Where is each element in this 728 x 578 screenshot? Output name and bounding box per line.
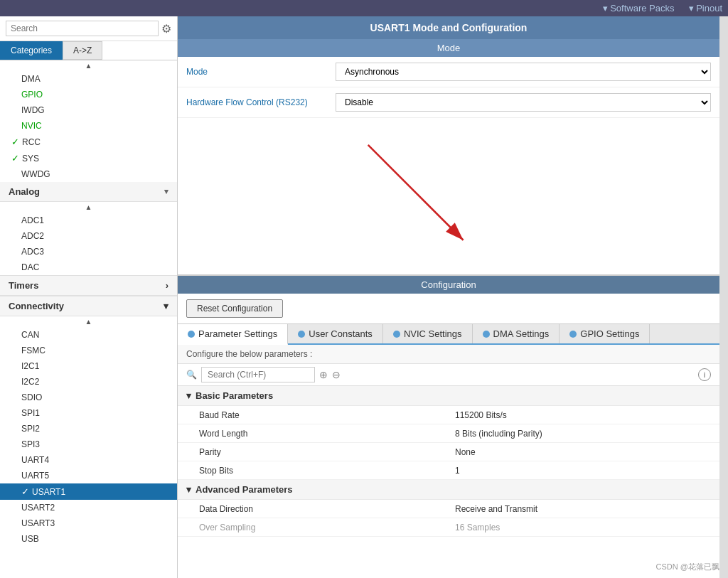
sidebar-item-sys[interactable]: ✓SYS: [0, 150, 177, 166]
mode-area: [178, 118, 719, 274]
sidebar-item-spi1[interactable]: SPI1: [0, 405, 177, 421]
mode-section: Mode Mode Asynchronous Hardware Flow Con…: [178, 39, 719, 276]
analog-chevron-icon: ▾: [164, 187, 168, 196]
sidebar-item-adc3[interactable]: ADC3: [0, 244, 177, 259]
mode-label: Mode: [186, 67, 328, 77]
config-info-text: Configure the below parameters :: [178, 345, 719, 364]
sidebar-item-sdio[interactable]: SDIO: [0, 390, 177, 405]
sidebar-item-usart3[interactable]: USART3: [0, 515, 177, 531]
sidebar-item-gpio[interactable]: GPIO: [0, 87, 177, 102]
sidebar-item-fsmc[interactable]: FSMC: [0, 343, 177, 358]
reset-config-button[interactable]: Reset Configuration: [186, 299, 283, 318]
info-icon[interactable]: i: [698, 368, 711, 381]
basic-params-label: Basic Parameters: [196, 390, 273, 401]
param-name-baud-rate: Baud Rate: [199, 410, 455, 420]
tab-user-constants[interactable]: User Constants: [288, 324, 383, 343]
sidebar: ⚙ Categories A->Z ▲ DMA GPIO IWDG NVIC ✓…: [0, 16, 178, 578]
sidebar-item-nvic[interactable]: NVIC: [0, 118, 177, 134]
right-scrollbar[interactable]: [719, 16, 728, 578]
tab-az[interactable]: A->Z: [63, 41, 102, 60]
advanced-params-header[interactable]: ▾ Advanced Parameters: [178, 480, 719, 500]
param-name-stop-bits: Stop Bits: [199, 466, 455, 476]
pinout-btn[interactable]: ▾ Pinout: [689, 3, 722, 14]
flow-control-row: Hardware Flow Control (RS232) Disable: [178, 87, 719, 118]
analog-label: Analog: [9, 186, 40, 197]
expand-icon[interactable]: ⊕: [319, 369, 328, 380]
sidebar-item-iwdg[interactable]: IWDG: [0, 102, 177, 118]
tab-dma-settings[interactable]: DMA Settings: [473, 324, 560, 343]
sidebar-item-can[interactable]: CAN: [0, 327, 177, 343]
flow-control-select[interactable]: Disable: [336, 93, 711, 112]
software-packs-btn[interactable]: ▾ Software Packs: [603, 3, 675, 14]
sidebar-item-usart2[interactable]: USART2: [0, 500, 177, 515]
tab-gpio-settings-label: GPIO Settings: [580, 328, 639, 339]
sidebar-item-adc1[interactable]: ADC1: [0, 213, 177, 228]
param-value-baud-rate: 115200 Bits/s: [455, 410, 711, 420]
param-name-data-direction: Data Direction: [199, 504, 455, 514]
timers-label: Timers: [9, 280, 38, 291]
sidebar-item-adc2[interactable]: ADC2: [0, 228, 177, 244]
basic-params-chevron-icon: ▾: [186, 390, 191, 401]
tab-nvic-settings-label: NVIC Settings: [404, 328, 462, 339]
main-layout: ⚙ Categories A->Z ▲ DMA GPIO IWDG NVIC ✓…: [0, 16, 728, 578]
config-tabs: Parameter Settings User Constants NVIC S…: [178, 324, 719, 345]
sidebar-item-wwdg[interactable]: WWDG: [0, 166, 177, 182]
analog-scroll-up[interactable]: ▲: [0, 202, 177, 213]
sidebar-item-uart4[interactable]: UART4: [0, 452, 177, 468]
dma-settings-dot: [483, 331, 490, 338]
param-value-data-direction: Receive and Transmit: [455, 504, 711, 514]
advanced-params-chevron-icon: ▾: [186, 484, 191, 495]
basic-params-header[interactable]: ▾ Basic Parameters: [178, 386, 719, 406]
param-value-parity: None: [455, 447, 711, 457]
svg-line-1: [368, 145, 464, 240]
sidebar-item-rcc[interactable]: ✓RCC: [0, 134, 177, 150]
param-settings-dot: [188, 331, 195, 338]
mode-header: Mode: [178, 39, 719, 57]
tab-categories[interactable]: Categories: [0, 41, 63, 60]
config-toolbar: Reset Configuration: [178, 294, 719, 324]
flow-control-label: Hardware Flow Control (RS232): [186, 97, 328, 107]
nvic-settings-dot: [393, 331, 400, 338]
sidebar-item-i2c1[interactable]: I2C1: [0, 358, 177, 374]
tab-nvic-settings[interactable]: NVIC Settings: [383, 324, 473, 343]
param-value-word-length: 8 Bits (including Parity): [455, 429, 711, 439]
sidebar-item-uart5[interactable]: UART5: [0, 468, 177, 483]
watermark: CSDN @花落已飘: [656, 562, 719, 572]
analog-section-header[interactable]: Analog ▾: [0, 182, 177, 202]
param-search-input[interactable]: [201, 367, 315, 382]
mode-row: Mode Asynchronous: [178, 57, 719, 87]
param-search-bar: 🔍 ⊕ ⊖ i: [178, 364, 719, 386]
tab-dma-settings-label: DMA Settings: [493, 328, 550, 339]
sidebar-search-bar: ⚙: [0, 16, 177, 41]
sidebar-item-spi3[interactable]: SPI3: [0, 437, 177, 452]
tab-parameter-settings[interactable]: Parameter Settings: [178, 324, 288, 345]
param-row-baud-rate: Baud Rate 115200 Bits/s: [178, 406, 719, 424]
advanced-params-label: Advanced Parameters: [196, 484, 293, 495]
sidebar-item-spi2[interactable]: SPI2: [0, 421, 177, 437]
sidebar-item-dma[interactable]: DMA: [0, 71, 177, 87]
tab-parameter-settings-label: Parameter Settings: [198, 328, 277, 339]
config-section: Configuration Reset Configuration Parame…: [178, 276, 719, 578]
top-bar: ▾ Software Packs ▾ Pinout: [0, 0, 728, 16]
arrow-svg: [178, 118, 719, 274]
tab-user-constants-label: User Constants: [309, 328, 373, 339]
search-icon: 🔍: [186, 370, 197, 380]
connectivity-section-header[interactable]: Connectivity ▾: [0, 296, 177, 316]
connectivity-scroll-up[interactable]: ▲: [0, 316, 177, 327]
sidebar-item-i2c2[interactable]: I2C2: [0, 374, 177, 390]
param-row-over-sampling: Over Sampling 16 Samples: [178, 518, 719, 537]
param-row-stop-bits: Stop Bits 1: [178, 461, 719, 480]
sidebar-search-input[interactable]: [6, 21, 159, 36]
timers-section-header[interactable]: Timers ›: [0, 275, 177, 296]
scroll-up-btn[interactable]: ▲: [0, 60, 177, 71]
collapse-icon[interactable]: ⊖: [332, 369, 341, 380]
mode-select[interactable]: Asynchronous: [336, 63, 711, 81]
sidebar-item-dac[interactable]: DAC: [0, 259, 177, 275]
sidebar-tabs: Categories A->Z: [0, 41, 177, 60]
tab-gpio-settings[interactable]: GPIO Settings: [560, 324, 650, 343]
param-value-over-sampling: 16 Samples: [455, 523, 711, 532]
sidebar-item-usb[interactable]: USB: [0, 531, 177, 547]
sidebar-item-usart1[interactable]: ✓USART1: [0, 483, 177, 500]
right-panel: USART1 Mode and Configuration Mode Mode …: [178, 16, 719, 578]
gear-icon[interactable]: ⚙: [161, 22, 171, 36]
